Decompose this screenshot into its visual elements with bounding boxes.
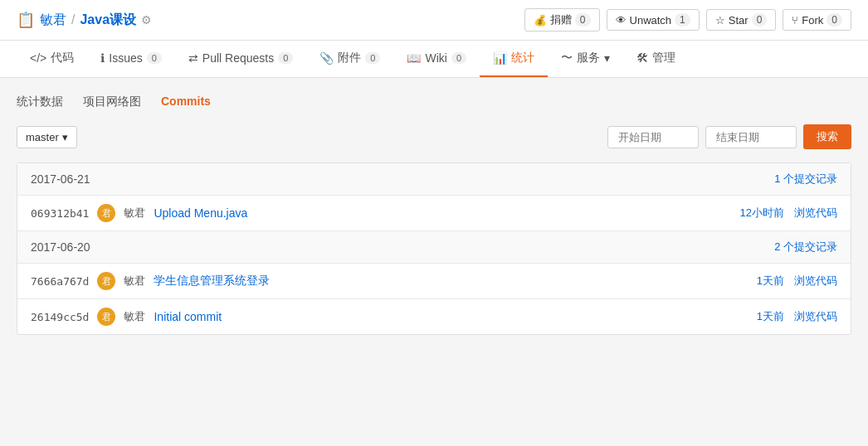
commit-time-1-0: 1天前: [757, 274, 784, 288]
star-icon: ☆: [715, 14, 725, 27]
repo-icon: 📋: [17, 11, 35, 29]
subnav-stats[interactable]: 统计数据: [17, 95, 63, 109]
branch-dropdown-icon: ▾: [62, 131, 68, 143]
end-date-input[interactable]: [705, 126, 797, 148]
tab-attachment-label: 附件: [338, 51, 361, 65]
services-icon: 〜: [561, 51, 573, 65]
attachment-badge: 0: [365, 52, 380, 64]
search-button[interactable]: 搜索: [803, 124, 851, 149]
browse-code-1-0[interactable]: 浏览代码: [794, 274, 837, 288]
services-dropdown-icon: ▾: [604, 51, 610, 65]
top-actions: 💰 捐赠 0 👁 Unwatch 1 ☆ Star 0 ⑂ Fork 0: [524, 8, 851, 32]
filter-bar: master ▾ 搜索: [17, 124, 851, 149]
commit-row-0-0: 069312b41 君 敏君 Upload Menu.java 12小时前 浏览…: [17, 196, 851, 231]
donate-button[interactable]: 💰 捐赠 0: [524, 8, 600, 32]
commit-author-1-0: 敏君: [124, 274, 145, 288]
separator: /: [71, 12, 75, 27]
commit-count-link-1[interactable]: 2 个提交记录: [774, 240, 837, 255]
fork-icon: ⑂: [792, 14, 798, 27]
donate-count: 0: [575, 13, 591, 27]
fork-button[interactable]: ⑂ Fork 0: [783, 9, 851, 31]
commit-time-1-1: 1天前: [757, 309, 784, 324]
commit-list: 2017-06-21 1 个提交记录 069312b41 君 敏君 Upload…: [17, 162, 851, 335]
tab-admin[interactable]: 🛠 管理: [623, 41, 689, 77]
tab-wiki[interactable]: 📖 Wiki 0: [393, 41, 480, 76]
repo-title: 📋 敏君 / Java课设 ⚙: [17, 11, 152, 29]
commit-message-1-1[interactable]: Initial commit: [154, 310, 222, 323]
avatar-initial-1-0: 君: [102, 275, 111, 288]
avatar-0-0: 君: [97, 204, 115, 222]
commit-hash-0-0: 069312b41: [31, 207, 89, 220]
commit-right-0-0: 12小时前 浏览代码: [740, 206, 837, 221]
subnav-commits[interactable]: Commits: [161, 95, 211, 109]
donate-label: 捐赠: [550, 12, 572, 27]
avatar-1-1: 君: [97, 308, 115, 326]
avatar-initial-1-1: 君: [102, 311, 111, 323]
unwatch-button[interactable]: 👁 Unwatch 1: [607, 9, 700, 31]
tab-code[interactable]: </> 代码: [17, 41, 87, 77]
browse-code-0-0[interactable]: 浏览代码: [794, 206, 837, 221]
tab-services[interactable]: 〜 服务 ▾: [548, 41, 623, 77]
subnav-network[interactable]: 项目网络图: [83, 95, 141, 109]
tab-issues-label: Issues: [109, 51, 142, 65]
donate-icon: 💰: [534, 14, 547, 27]
tab-pullrequests[interactable]: ⇄ Pull Requests 0: [175, 41, 307, 76]
tab-attachments[interactable]: 📎 附件 0: [306, 41, 393, 77]
top-bar: 📋 敏君 / Java课设 ⚙ 💰 捐赠 0 👁 Unwatch 1 ☆ Sta…: [0, 0, 868, 41]
repo-name-link[interactable]: Java课设: [80, 12, 136, 29]
star-label: Star: [729, 14, 749, 27]
commit-author-0-0: 敏君: [124, 206, 145, 221]
commit-message-0-0[interactable]: Upload Menu.java: [154, 206, 247, 220]
admin-icon: 🛠: [636, 51, 648, 65]
pr-icon: ⇄: [188, 51, 198, 65]
branch-name: master: [26, 131, 59, 143]
wiki-icon: 📖: [407, 51, 421, 65]
commit-right-1-1: 1天前 浏览代码: [757, 309, 837, 324]
commit-date-0: 2017-06-21: [31, 172, 90, 186]
commit-count-link-0[interactable]: 1 个提交记录: [774, 172, 837, 187]
wiki-badge: 0: [451, 52, 466, 64]
sub-nav: 统计数据 项目网络图 Commits: [17, 95, 851, 109]
repo-owner-link[interactable]: 敏君: [40, 12, 66, 29]
date-search: 搜索: [607, 124, 851, 149]
nav-tabs: </> 代码 ℹ Issues 0 ⇄ Pull Requests 0 📎 附件…: [0, 41, 868, 78]
unwatch-count: 1: [675, 13, 690, 27]
commit-left-1-1: 26149cc5d 君 敏君 Initial commit: [31, 308, 222, 326]
tab-admin-label: 管理: [652, 51, 675, 65]
stats-icon: 📊: [493, 51, 507, 65]
attachment-icon: 📎: [319, 51, 334, 65]
code-icon: </>: [30, 51, 46, 65]
tab-issues[interactable]: ℹ Issues 0: [87, 41, 175, 76]
tab-pr-label: Pull Requests: [202, 51, 274, 65]
star-button[interactable]: ☆ Star 0: [706, 9, 777, 31]
unwatch-label: Unwatch: [630, 14, 672, 27]
branch-selector[interactable]: master ▾: [17, 126, 77, 148]
tab-code-label: 代码: [51, 51, 74, 65]
avatar-1-0: 君: [97, 272, 115, 290]
commit-left-0-0: 069312b41 君 敏君 Upload Menu.java: [31, 204, 247, 222]
settings-icon[interactable]: ⚙: [141, 13, 152, 27]
fork-count: 0: [827, 13, 842, 27]
start-date-input[interactable]: [607, 126, 699, 148]
pr-badge: 0: [278, 52, 293, 64]
eye-icon: 👁: [616, 14, 627, 27]
commit-hash-1-0: 7666a767d: [31, 275, 89, 288]
commit-message-1-0[interactable]: 学生信息管理系统登录: [154, 274, 270, 288]
star-count: 0: [752, 13, 768, 27]
commit-row-1-1: 26149cc5d 君 敏君 Initial commit 1天前 浏览代码: [17, 299, 851, 334]
tab-wiki-label: Wiki: [425, 51, 446, 65]
commit-hash-1-1: 26149cc5d: [31, 311, 89, 323]
avatar-initial-0-0: 君: [102, 207, 111, 220]
commit-date-row-1: 2017-06-20 2 个提交记录: [17, 231, 851, 264]
commit-right-1-0: 1天前 浏览代码: [757, 274, 837, 288]
main-content: 统计数据 项目网络图 Commits master ▾ 搜索 2017-06-2…: [0, 78, 868, 351]
fork-label: Fork: [802, 14, 823, 27]
commit-row-1-0: 7666a767d 君 敏君 学生信息管理系统登录 1天前 浏览代码: [17, 264, 851, 299]
tab-stats-label: 统计: [511, 51, 534, 65]
tab-stats[interactable]: 📊 统计: [480, 41, 548, 77]
browse-code-1-1[interactable]: 浏览代码: [794, 309, 837, 324]
commit-date-row-0: 2017-06-21 1 个提交记录: [17, 163, 851, 196]
commit-left-1-0: 7666a767d 君 敏君 学生信息管理系统登录: [31, 272, 270, 290]
tab-services-label: 服务: [577, 51, 600, 65]
issues-badge: 0: [147, 52, 162, 64]
